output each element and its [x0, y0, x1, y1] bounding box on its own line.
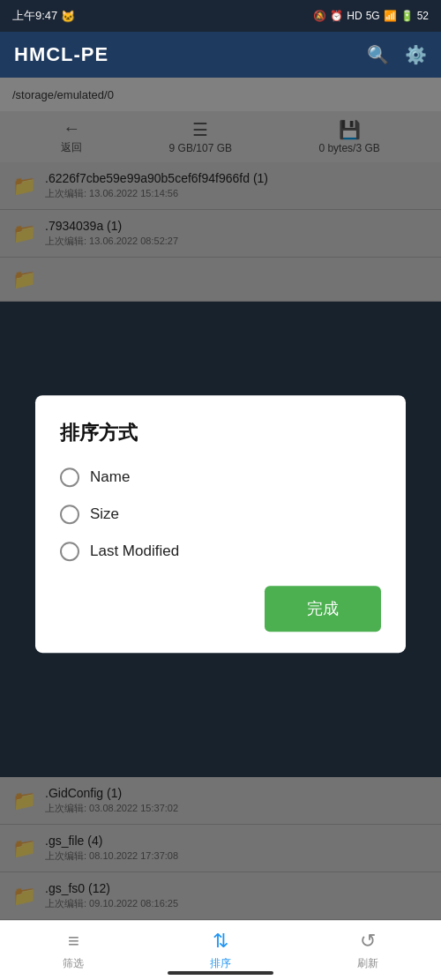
filter-icon: ≡ [68, 930, 79, 953]
status-right: 🔕 ⏰ HD 5G 📶 🔋 52 [313, 10, 429, 22]
sort-option-last-modified[interactable]: Last Modified [60, 542, 381, 561]
battery-icon: 🔋 [400, 10, 414, 22]
sort-label: 排序 [210, 956, 231, 971]
dialog-footer: 完成 [60, 586, 381, 632]
signal-icon: 📶 [384, 10, 397, 22]
dialog-title: 排序方式 [60, 420, 381, 446]
filter-label: 筛选 [63, 956, 84, 971]
status-emoji: 🐱 [61, 10, 75, 23]
radio-name[interactable] [60, 468, 79, 487]
sort-option-name[interactable]: Name [60, 468, 381, 487]
top-bar: HMCL-PE 🔍 ⚙️ [0, 32, 441, 78]
radio-size[interactable] [60, 505, 79, 524]
battery-level: 52 [417, 10, 429, 22]
settings-icon[interactable]: ⚙️ [405, 44, 427, 65]
status-bar: 上午9:47 🐱 🔕 ⏰ HD 5G 📶 🔋 52 [0, 0, 441, 32]
hd-badge: HD [347, 10, 362, 22]
top-bar-actions: 🔍 ⚙️ [367, 44, 427, 65]
alarm-icon: ⏰ [330, 10, 343, 22]
confirm-button[interactable]: 完成 [265, 586, 381, 632]
sort-name-label: Name [90, 468, 130, 486]
search-icon[interactable]: 🔍 [367, 44, 389, 65]
nav-filter[interactable]: ≡ 筛选 [0, 930, 147, 971]
refresh-icon: ↺ [360, 930, 376, 953]
nav-sort[interactable]: ⇅ 排序 [147, 930, 295, 971]
refresh-label: 刷新 [357, 956, 378, 971]
sort-last-modified-label: Last Modified [90, 542, 179, 560]
status-time: 上午9:47 [12, 8, 57, 24]
sort-icon: ⇅ [213, 930, 228, 953]
nav-refresh[interactable]: ↺ 刷新 [294, 930, 441, 971]
sort-option-size[interactable]: Size [60, 505, 381, 524]
home-indicator [168, 971, 273, 975]
status-left: 上午9:47 🐱 [12, 8, 75, 24]
mute-icon: 🔕 [313, 10, 326, 22]
5g-badge: 5G [366, 10, 380, 22]
sort-size-label: Size [90, 505, 119, 523]
app-title: HMCL-PE [14, 43, 108, 66]
radio-last-modified[interactable] [60, 542, 79, 561]
sort-options: Name Size Last Modified [60, 468, 381, 561]
main-content: /storage/emulated/0 ← 返回 ☰ 9 GB/107 GB 💾… [0, 78, 441, 980]
sort-dialog: 排序方式 Name Size Last Modified 完成 [35, 395, 406, 653]
